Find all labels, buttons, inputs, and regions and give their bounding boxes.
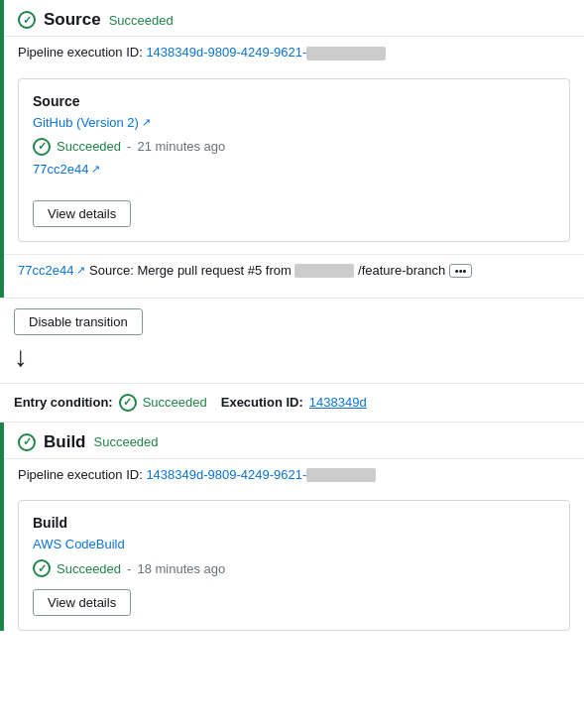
source-commit-footer: 77cc2e44 ↗ Source: Merge pull request #5…	[4, 254, 584, 298]
footer-branch: /feature-branch	[358, 263, 445, 278]
source-card-time: 21 minutes ago	[137, 139, 225, 154]
transition-section: Disable transition ↓	[0, 298, 584, 384]
exec-id-label: Execution ID:	[221, 395, 303, 410]
github-link[interactable]: GitHub (Version 2) ↗	[33, 115, 151, 130]
source-view-details-button[interactable]: View details	[33, 200, 131, 227]
build-card-title: Build	[33, 515, 555, 531]
build-card-check-icon: ✓	[33, 559, 51, 577]
codebuild-link[interactable]: AWS CodeBuild	[33, 537, 125, 551]
source-check-icon: ✓	[18, 11, 36, 29]
entry-status: Succeeded	[143, 395, 207, 410]
build-check-icon: ✓	[18, 433, 36, 451]
source-card-dash: -	[127, 139, 131, 154]
source-status: Succeeded	[109, 13, 174, 28]
source-pipeline-id-row: Pipeline execution ID: 1438349d-9809-424…	[4, 37, 584, 66]
external-link-icon: ↗	[142, 116, 151, 129]
disable-transition-button[interactable]: Disable transition	[14, 308, 143, 335]
build-pipeline-id-label: Pipeline execution ID:	[18, 467, 143, 482]
source-commit-link[interactable]: 77cc2e44 ↗	[33, 162, 100, 177]
build-view-details-button[interactable]: View details	[33, 589, 131, 616]
arrow-down-icon: ↓	[14, 343, 28, 371]
source-card-title: Source	[33, 93, 555, 109]
build-pipeline-id-link[interactable]: 1438349d-9809-4249-9621-	[146, 467, 376, 482]
build-title: Build	[44, 432, 86, 452]
source-succeeded-row: ✓ Succeeded - 21 minutes ago	[33, 138, 555, 156]
footer-external-icon: ↗	[76, 264, 85, 277]
source-title: Source	[44, 10, 101, 30]
build-card-dash: -	[127, 561, 131, 576]
source-header: ✓ Source Succeeded	[4, 0, 584, 37]
build-pipeline-id-row: Pipeline execution ID: 1438349d-9809-424…	[4, 459, 584, 489]
build-succeeded-row: ✓ Succeeded - 18 minutes ago	[33, 559, 555, 577]
source-card: Source GitHub (Version 2) ↗ ✓ Succeeded …	[18, 78, 570, 242]
build-status: Succeeded	[94, 434, 159, 449]
source-pipeline-id-link[interactable]: 1438349d-9809-4249-9621-	[146, 45, 386, 60]
source-card-status: Succeeded	[57, 139, 121, 154]
build-card-status: Succeeded	[57, 561, 121, 576]
footer-commit-link[interactable]: 77cc2e44 ↗	[18, 263, 85, 278]
entry-condition-row: Entry condition: ✓ Succeeded Execution I…	[0, 384, 584, 423]
build-header: ✓ Build Succeeded	[4, 423, 584, 459]
commit-external-icon: ↗	[91, 163, 100, 176]
build-card-time: 18 minutes ago	[137, 561, 225, 576]
footer-text: Source: Merge pull request #5 from	[89, 263, 292, 278]
build-card: Build AWS CodeBuild ✓ Succeeded - 18 min…	[18, 500, 570, 631]
source-section: ✓ Source Succeeded Pipeline execution ID…	[0, 0, 584, 298]
source-card-check-icon: ✓	[33, 138, 51, 156]
entry-condition-label: Entry condition:	[14, 395, 113, 410]
pipeline-id-label: Pipeline execution ID:	[18, 45, 143, 60]
entry-check-icon: ✓	[119, 394, 137, 412]
build-section: ✓ Build Succeeded Pipeline execution ID:…	[0, 423, 584, 632]
exec-id-link[interactable]: 1438349d	[309, 395, 367, 410]
more-options-badge[interactable]: •••	[449, 264, 473, 278]
